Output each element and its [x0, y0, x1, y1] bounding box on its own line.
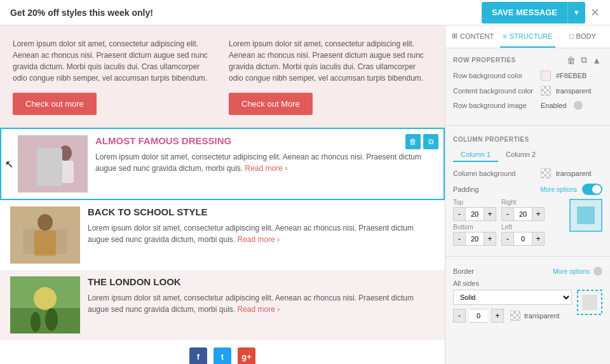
copy-article-button[interactable]: ⧉ [423, 134, 438, 149]
card-col-1: Lorem ipsum dolor sit amet, consectetur … [13, 38, 216, 115]
article-body-london: Lorem ipsum dolor sit amet, consectetur … [88, 292, 435, 315]
article-content-london: THE LONDON LOOK Lorem ipsum dolor sit am… [88, 276, 435, 315]
top-bar-actions: SAVE MESSAGE ▾ ✕ [482, 2, 600, 24]
save-dropdown-button[interactable]: ▾ [567, 2, 585, 24]
svg-rect-7 [23, 229, 67, 254]
col-bg-value: transparent [556, 170, 592, 177]
delete-article-button[interactable]: 🗑 [405, 134, 421, 149]
content-bg-color-preview[interactable] [541, 86, 551, 96]
read-more-dressing[interactable]: Read more › [245, 164, 287, 173]
padding-top-right: Top - + Right - + [453, 199, 566, 221]
left-label: Left [501, 224, 545, 231]
article-row-school: BACK TO SCHOOL STYLE Lorem ipsum dolor s… [0, 200, 445, 270]
border-section: Border More options All sides Solid Dash… [445, 260, 610, 329]
article-actions-dressing: 🗑 ⧉ [405, 134, 438, 149]
padding-header-row: Padding More options [453, 184, 602, 195]
column-properties-section: COLUMN PROPERTIES Column 1 Column 2 Colu… [445, 130, 610, 252]
top-input[interactable] [466, 207, 484, 221]
border-inputs: Solid Dashed Dotted None - + transparent [453, 290, 572, 323]
right-input[interactable] [514, 207, 532, 221]
svg-point-5 [37, 214, 53, 231]
col-bg-preview[interactable] [541, 168, 551, 179]
content-bg-color-value: transparent [556, 87, 592, 95]
tab-content[interactable]: ⊞ CONTENT [445, 25, 500, 48]
column-properties-header: COLUMN PROPERTIES [453, 136, 602, 143]
border-controls-row: Solid Dashed Dotted None - + transparent [453, 290, 602, 323]
padding-more-options[interactable]: More options [540, 186, 577, 193]
bottom-control: - + [453, 232, 496, 246]
save-message-button[interactable]: SAVE MESSAGE [482, 2, 567, 24]
article-body-school: Lorem ipsum dolor sit amet, consectetur … [88, 222, 435, 245]
bottom-label: Bottom [453, 224, 496, 231]
row-bg-color-value: #F8EBEB [556, 72, 586, 79]
padding-controls: Top - + Right - + [453, 199, 602, 246]
right-label: Right [501, 199, 545, 206]
tab-structure[interactable]: ≡ STRUCTURE [500, 25, 555, 48]
top-control: - + [453, 207, 496, 221]
top-plus-button[interactable]: + [484, 207, 496, 221]
article-content-school: BACK TO SCHOOL STYLE Lorem ipsum dolor s… [88, 206, 435, 245]
left-control: - + [501, 232, 545, 246]
london-image-svg [10, 276, 80, 334]
left-minus-button[interactable]: - [501, 232, 514, 246]
article-image-london [10, 276, 80, 334]
border-width-plus[interactable]: + [491, 309, 504, 323]
cursor-icon: ↖ [5, 158, 13, 170]
canvas: Lorem ipsum dolor sit amet, consectetur … [0, 25, 445, 364]
border-more-options[interactable]: More options [553, 268, 590, 275]
copy-row-button[interactable]: ⧉ [580, 55, 588, 65]
tab-body[interactable]: □ BODY [555, 25, 610, 48]
row-bg-color-preview[interactable] [541, 71, 551, 81]
svg-point-12 [45, 308, 58, 331]
column-tab-2[interactable]: Column 2 [498, 148, 543, 162]
facebook-icon[interactable]: f [189, 347, 207, 364]
article-title-london: THE LONDON LOOK [88, 276, 435, 287]
border-color-preview[interactable] [510, 311, 520, 321]
top-minus-button[interactable]: - [453, 207, 466, 221]
body-tab-icon: □ [569, 32, 574, 40]
googleplus-icon[interactable]: g+ [238, 347, 255, 364]
padding-inputs: Top - + Right - + [453, 199, 566, 246]
content-bg-color-row: Content background color transparent [453, 86, 602, 96]
left-plus-button[interactable]: + [532, 232, 545, 246]
padding-bottom-group: Bottom - + [453, 224, 496, 246]
card-btn-2[interactable]: Check out More [229, 93, 313, 115]
column-tab-1[interactable]: Column 1 [453, 148, 498, 162]
svg-point-10 [34, 287, 57, 310]
border-width-minus[interactable]: - [453, 309, 466, 323]
content-tab-icon: ⊞ [452, 32, 458, 40]
panel-tabs: ⊞ CONTENT ≡ STRUCTURE □ BODY [445, 25, 610, 48]
left-input[interactable] [514, 232, 532, 246]
article-image-school [10, 206, 80, 264]
bottom-plus-button[interactable]: + [484, 232, 496, 246]
border-visual-svg [577, 290, 602, 315]
svg-rect-9 [10, 308, 80, 334]
read-more-london[interactable]: Read more › [237, 305, 280, 314]
padding-toggle[interactable] [582, 184, 602, 195]
right-minus-button[interactable]: - [501, 207, 514, 221]
row-bg-color-row: Row background color #F8EBEB [453, 71, 602, 81]
bottom-input[interactable] [466, 232, 484, 246]
close-button[interactable]: ✕ [590, 6, 600, 20]
right-control: - + [501, 207, 545, 221]
row-bg-image-row: Row background image Enabled [453, 101, 602, 110]
article-row-selected[interactable]: ↖ ALMOST FAMOUS DRESSING Lorem ipsum dol… [0, 128, 445, 200]
right-plus-button[interactable]: + [532, 207, 545, 221]
read-more-school[interactable]: Read more › [237, 235, 280, 244]
card-text-2: Lorem ipsum dolor sit amet, consectetur … [229, 38, 432, 84]
content-wrapper: Lorem ipsum dolor sit amet, consectetur … [0, 25, 445, 364]
card-btn-1[interactable]: Check out more [13, 93, 97, 115]
card-col-2: Lorem ipsum dolor sit amet, consectetur … [229, 38, 432, 115]
collapse-row-button[interactable]: ▲ [591, 55, 602, 65]
col-bg-label: Column background [453, 170, 536, 177]
svg-rect-14 [577, 206, 595, 224]
bottom-minus-button[interactable]: - [453, 232, 466, 246]
svg-rect-3 [37, 148, 62, 186]
border-style-select[interactable]: Solid Dashed Dotted None [453, 290, 572, 305]
border-width-input[interactable] [470, 309, 487, 323]
padding-left-group: Left - + [501, 224, 545, 246]
twitter-icon[interactable]: t [214, 347, 231, 364]
border-visual [577, 290, 602, 315]
delete-row-button[interactable]: 🗑 [566, 55, 577, 65]
padding-bottom-left: Bottom - + Left - [453, 224, 566, 246]
